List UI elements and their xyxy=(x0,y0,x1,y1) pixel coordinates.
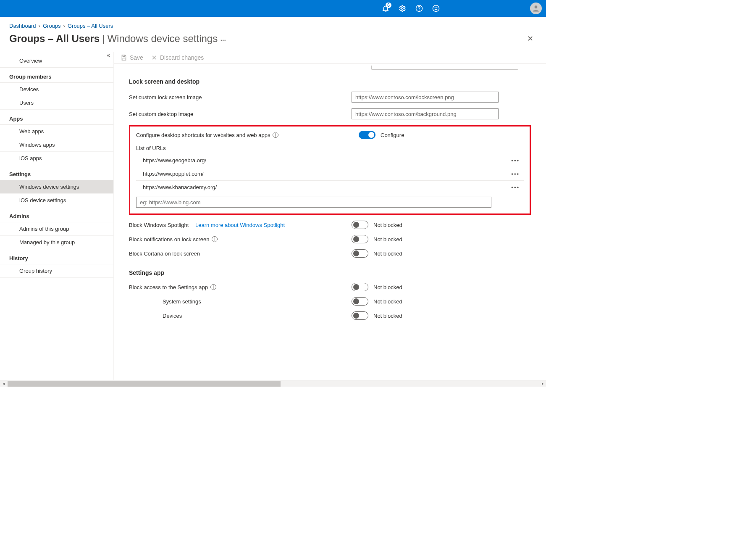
desktop-image-label: Set custom desktop image xyxy=(129,111,352,117)
cortana-toggle[interactable] xyxy=(352,249,368,258)
url-row-more-icon[interactable]: ••• xyxy=(511,157,520,163)
sidebar-item-managed-by-group[interactable]: Managed by this group xyxy=(0,236,113,249)
sidebar-item-group-history[interactable]: Group history xyxy=(0,264,113,278)
page-title-strong: Groups – All Users xyxy=(9,33,100,45)
url-row-more-icon[interactable]: ••• xyxy=(511,184,520,190)
sidebar-section-settings: Settings xyxy=(0,165,113,180)
settings-scroll-area[interactable]: Lock screen and desktop Set custom lock … xyxy=(114,64,546,387)
system-settings-toggle[interactable] xyxy=(352,297,368,306)
devices-setting-toggle-label: Not blocked xyxy=(373,313,402,319)
help-icon[interactable] xyxy=(412,2,426,15)
collapse-sidebar-button[interactable]: « xyxy=(107,52,110,58)
url-text: https://www.geogebra.org/ xyxy=(143,157,206,163)
desktop-image-input[interactable] xyxy=(352,108,499,119)
breadcrumb-current[interactable]: Groups – All Users xyxy=(68,23,113,29)
page-header: Groups – All Users | Windows device sett… xyxy=(0,32,546,52)
svg-point-5 xyxy=(437,7,437,8)
notifications-label: Block notifications on lock screen i xyxy=(129,236,352,242)
notifications-toggle[interactable] xyxy=(352,235,368,243)
svg-point-0 xyxy=(402,8,404,10)
sidebar: « Overview Group members Devices Users A… xyxy=(0,52,113,387)
shortcuts-toggle[interactable] xyxy=(359,131,375,139)
spotlight-toggle-label: Not blocked xyxy=(373,222,402,228)
section-lock-screen: Lock screen and desktop xyxy=(129,78,531,85)
block-settings-label: Block access to the Settings app i xyxy=(129,284,352,290)
sidebar-item-users[interactable]: Users xyxy=(0,96,113,110)
main-pane: Save Discard changes Lock screen and des… xyxy=(113,52,546,387)
scroll-left-icon[interactable]: ◂ xyxy=(0,381,7,386)
save-label: Save xyxy=(130,54,143,61)
url-list-label: List of URLs xyxy=(136,145,524,151)
sidebar-item-windows-device-settings[interactable]: Windows device settings xyxy=(0,180,113,194)
sidebar-item-admins-of-group[interactable]: Admins of this group xyxy=(0,222,113,236)
sidebar-item-ios-apps[interactable]: iOS apps xyxy=(0,152,113,165)
shortcuts-highlight-box: Configure desktop shortcuts for websites… xyxy=(129,125,531,215)
breadcrumb: Dashboard › Groups › Groups – All Users xyxy=(0,17,546,32)
url-row: https://www.geogebra.org/ ••• xyxy=(136,154,524,167)
page-title-sep: | xyxy=(102,33,105,45)
system-settings-toggle-label: Not blocked xyxy=(373,298,402,305)
notification-badge: 6 xyxy=(386,3,391,8)
toolbar: Save Discard changes xyxy=(114,52,546,64)
url-text: https://www.khanacademy.org/ xyxy=(143,184,217,190)
scroll-right-icon[interactable]: ▸ xyxy=(539,381,546,386)
settings-gear-icon[interactable] xyxy=(396,2,409,15)
section-settings-app: Settings app xyxy=(129,269,531,276)
scrollbar-thumb[interactable] xyxy=(8,381,281,387)
svg-point-4 xyxy=(435,7,435,8)
sidebar-section-group-members: Group members xyxy=(0,68,113,83)
discard-button[interactable]: Discard changes xyxy=(151,54,204,61)
sidebar-section-history: History xyxy=(0,249,113,264)
info-icon[interactable]: i xyxy=(212,236,218,242)
shortcuts-label: Configure desktop shortcuts for websites… xyxy=(136,132,359,138)
chevron-right-icon: › xyxy=(63,23,65,29)
svg-point-3 xyxy=(433,5,439,12)
feedback-smile-icon[interactable] xyxy=(429,2,443,15)
url-row: https://www.popplet.com/ ••• xyxy=(136,167,524,181)
devices-setting-label: Devices xyxy=(129,313,352,319)
notifications-toggle-label: Not blocked xyxy=(373,236,402,242)
sidebar-item-ios-device-settings[interactable]: iOS device settings xyxy=(0,194,113,207)
shortcuts-toggle-label: Configure xyxy=(381,132,404,138)
url-text: https://www.popplet.com/ xyxy=(143,171,204,177)
lock-image-label: Set custom lock screen image xyxy=(129,94,352,100)
spotlight-learn-link[interactable]: Learn more about Windows Spotlight xyxy=(195,222,285,228)
sidebar-section-apps: Apps xyxy=(0,110,113,125)
block-settings-toggle-label: Not blocked xyxy=(373,284,402,290)
devices-setting-toggle[interactable] xyxy=(352,311,368,320)
spotlight-label: Block Windows Spotlight Learn more about… xyxy=(129,222,352,228)
sidebar-section-admins: Admins xyxy=(0,207,113,222)
sidebar-item-devices[interactable]: Devices xyxy=(0,83,113,96)
url-row-more-icon[interactable]: ••• xyxy=(511,171,520,177)
notifications-icon[interactable]: 6 xyxy=(379,2,392,15)
chevron-right-icon: › xyxy=(39,23,40,29)
lock-image-input[interactable] xyxy=(352,92,499,103)
svg-point-6 xyxy=(535,5,538,8)
cortana-toggle-label: Not blocked xyxy=(373,250,402,257)
info-icon[interactable]: i xyxy=(210,284,216,290)
url-row: https://www.khanacademy.org/ ••• xyxy=(136,181,524,194)
discard-label: Discard changes xyxy=(160,54,204,61)
breadcrumb-groups[interactable]: Groups xyxy=(43,23,61,29)
system-settings-label: System settings xyxy=(129,298,352,305)
sidebar-item-overview[interactable]: Overview xyxy=(0,54,113,68)
window-horizontal-scrollbar[interactable]: ◂ ▸ xyxy=(0,380,546,387)
svg-point-2 xyxy=(419,10,420,10)
breadcrumb-dashboard[interactable]: Dashboard xyxy=(9,23,36,29)
page-title-more-icon[interactable]: … xyxy=(220,35,226,42)
block-settings-toggle[interactable] xyxy=(352,283,368,291)
spotlight-toggle[interactable] xyxy=(352,221,368,229)
save-button[interactable]: Save xyxy=(121,54,143,61)
user-avatar[interactable] xyxy=(530,3,542,14)
cortana-label: Block Cortana on lock screen xyxy=(129,250,352,257)
sidebar-item-web-apps[interactable]: Web apps xyxy=(0,125,113,138)
top-bar: 6 xyxy=(0,0,546,17)
close-blade-button[interactable]: ✕ xyxy=(524,32,537,45)
url-add-input[interactable] xyxy=(136,197,491,208)
page-title-rest: Windows device settings xyxy=(107,33,218,45)
info-icon[interactable]: i xyxy=(273,132,278,138)
previous-field-fragment xyxy=(371,66,518,70)
sidebar-item-windows-apps[interactable]: Windows apps xyxy=(0,138,113,152)
